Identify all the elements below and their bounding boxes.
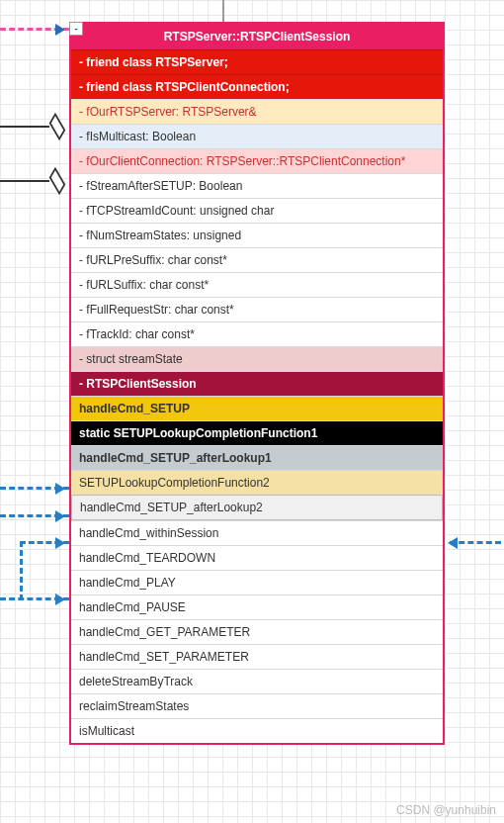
method-handlecmd-get-parameter[interactable]: handleCmd_GET_PARAMETER (71, 619, 443, 644)
row-label: static SETUPLookupCompletionFunction1 (79, 426, 317, 440)
field-fnumstreamstates[interactable]: - fNumStreamStates: unsigned (71, 223, 443, 247)
field-fourrtspserver[interactable]: - fOurRTSPServer: RTSPServer& (71, 99, 443, 124)
friend-rtspserver[interactable]: - friend class RTSPServer; (71, 49, 443, 74)
row-label: handleCmd_GET_PARAMETER (79, 625, 250, 639)
row-label: handleCmd_SETUP_afterLookup2 (80, 501, 263, 514)
arrow-incoming-top (0, 28, 69, 31)
field-furlsuffix[interactable]: - fURLSuffix: char const* (71, 272, 443, 297)
row-label: - fStreamAfterSETUP: Boolean (79, 179, 242, 193)
row-label: deleteStreamByTrack (79, 675, 193, 688)
field-fismulticast[interactable]: - fIsMulticast: Boolean (71, 124, 443, 148)
row-label: - fNumStreamStates: unsigned (79, 229, 241, 242)
dependency-vertical (20, 541, 23, 600)
method-deletestreambytrack[interactable]: deleteStreamByTrack (71, 669, 443, 693)
field-ftrackid[interactable]: - fTrackId: char const* (71, 321, 443, 346)
rtspclientsession[interactable]: - RTSPClientSession (71, 371, 443, 396)
watermark: CSDN @yunhuibin (396, 803, 496, 817)
method-setuplookupcompletionfunction2[interactable]: SETUPLookupCompletionFunction2 (71, 470, 443, 495)
dependency-arrow-3 (20, 541, 69, 544)
method-handlecmd-play[interactable]: handleCmd_PLAY (71, 570, 443, 594)
dependency-arrow-4 (0, 597, 69, 600)
field-ftcpstreamidcount[interactable]: - fTCPStreamIdCount: unsigned char (71, 198, 443, 223)
field-fourclientconnection[interactable]: - fOurClientConnection: RTSPServer::RTSP… (71, 148, 443, 173)
friend-rtspclientconnection[interactable]: - friend class RTSPClientConnection; (71, 74, 443, 99)
row-label: - fURLPreSuffix: char const* (79, 253, 227, 267)
class-header[interactable]: - RTSPServer::RTSPClientSession (71, 24, 443, 49)
method-handlecmd-teardown[interactable]: handleCmd_TEARDOWN (71, 545, 443, 570)
row-label: handleCmd_TEARDOWN (79, 551, 215, 565)
dependency-arrow-2 (0, 514, 69, 517)
method-handlecmd-setup-afterlookup2[interactable]: handleCmd_SETUP_afterLookup2 (71, 495, 443, 520)
field-furlpresuffix[interactable]: - fURLPreSuffix: char const* (71, 247, 443, 272)
collapse-icon[interactable]: - (69, 22, 83, 36)
row-label: - fIsMulticast: Boolean (79, 130, 196, 143)
row-label: - fOurClientConnection: RTSPServer::RTSP… (79, 154, 405, 168)
row-label: handleCmd_SETUP (79, 402, 190, 415)
field-ffullrequeststr[interactable]: - fFullRequestStr: char const* (71, 297, 443, 321)
field-fstreamaftersetup[interactable]: - fStreamAfterSETUP: Boolean (71, 173, 443, 198)
top-connector (222, 0, 224, 22)
row-label: reclaimStreamStates (79, 699, 189, 713)
struct-streamstate[interactable]: - struct streamState (71, 346, 443, 371)
method-handlecmd-withinsession[interactable]: handleCmd_withinSession (71, 520, 443, 545)
row-label: - fFullRequestStr: char const* (79, 303, 234, 317)
method-handlecmd-pause[interactable]: handleCmd_PAUSE (71, 594, 443, 619)
row-label: - friend class RTSPServer; (79, 55, 228, 69)
aggregation-line-2 (0, 180, 49, 182)
method-reclaimstreamstates[interactable]: reclaimStreamStates (71, 693, 443, 718)
row-label: - struct streamState (79, 352, 183, 366)
method-ismulticast[interactable]: isMulticast (71, 718, 443, 743)
row-label: SETUPLookupCompletionFunction2 (79, 476, 270, 490)
dependency-arrow-1 (0, 487, 69, 490)
row-label: isMulticast (79, 724, 134, 738)
method-setuplookupcompletionfunction1[interactable]: static SETUPLookupCompletionFunction1 (71, 420, 443, 445)
method-handlecmd-setup-afterlookup1[interactable]: handleCmd_SETUP_afterLookup1 (71, 445, 443, 470)
row-label: - friend class RTSPClientConnection; (79, 80, 290, 94)
method-handlecmd-set-parameter[interactable]: handleCmd_SET_PARAMETER (71, 644, 443, 669)
row-label: handleCmd_PAUSE (79, 600, 186, 614)
row-label: handleCmd_SETUP_afterLookup1 (79, 451, 272, 465)
row-label: handleCmd_withinSession (79, 526, 218, 540)
row-label: - fOurRTSPServer: RTSPServer& (79, 105, 257, 119)
row-label: handleCmd_PLAY (79, 576, 176, 590)
aggregation-line-1 (0, 126, 49, 128)
row-label: - RTSPClientSession (79, 377, 197, 391)
class-title: RTSPServer::RTSPClientSession (164, 30, 351, 44)
row-label: handleCmd_SET_PARAMETER (79, 650, 249, 664)
method-handlecmd-setup[interactable]: handleCmd_SETUP (71, 396, 443, 420)
dependency-arrow-right (450, 541, 501, 544)
row-label: - fURLSuffix: char const* (79, 278, 209, 292)
row-label: - fTCPStreamIdCount: unsigned char (79, 204, 274, 218)
row-label: - fTrackId: char const* (79, 327, 195, 341)
uml-class-box[interactable]: - RTSPServer::RTSPClientSession - friend… (69, 22, 445, 745)
